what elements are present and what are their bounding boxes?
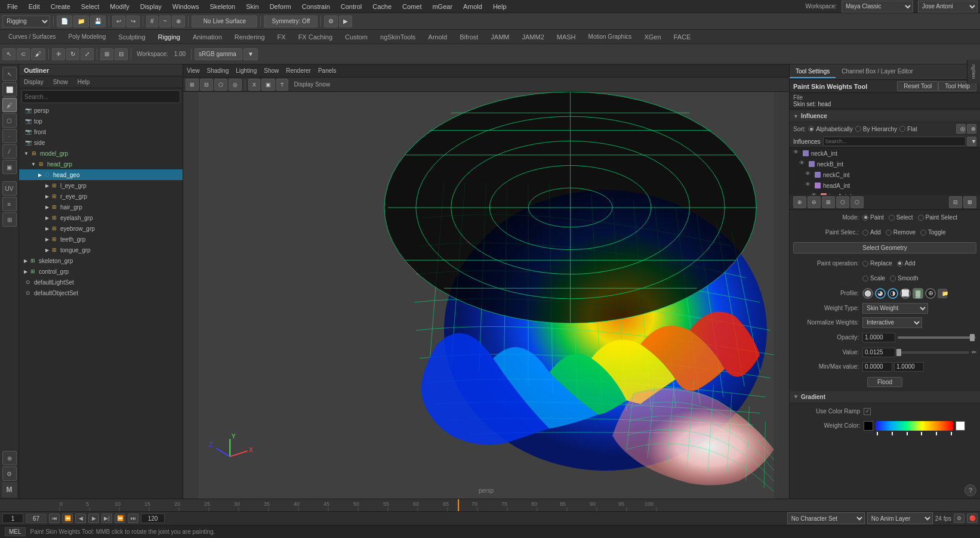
toolbar-btn-redo[interactable]: ↪	[127, 16, 140, 27]
menu-control[interactable]: Control	[336, 2, 366, 11]
toolbar-btn-snap-point[interactable]: ⊕	[172, 16, 185, 27]
vp-btn-smooth[interactable]: ◎	[229, 79, 242, 91]
toolbar-btn-snap-grid[interactable]: #	[146, 16, 158, 27]
influence-headA[interactable]: 👁 headA_int	[790, 180, 980, 191]
sort-by-hierarchy[interactable]: By Hierarchy	[855, 126, 897, 132]
sort-flat[interactable]: Flat	[899, 126, 917, 132]
module-custom[interactable]: Custom	[339, 30, 374, 44]
vp-btn-textured[interactable]: T	[276, 79, 288, 91]
timeline-btn1[interactable]: ⚙	[954, 514, 964, 523]
opacity-value[interactable]: 1.0000	[862, 333, 895, 342]
outliner-tab-display[interactable]: Display	[19, 78, 48, 86]
outliner-tab-show[interactable]: Show	[48, 78, 73, 86]
tool-move[interactable]: ✛	[52, 48, 65, 60]
toolbar-btn-render[interactable]: ⚙	[324, 16, 338, 27]
tree-item-l-eye-grp[interactable]: ▶ ⊞ l_eye_grp	[19, 180, 183, 191]
module-ngskin[interactable]: ngSkinTools	[374, 30, 421, 44]
influence-icon1[interactable]: ◎	[956, 124, 966, 134]
search-input[interactable]	[24, 94, 156, 100]
tree-item-top[interactable]: 📷 top	[19, 116, 183, 126]
module-face[interactable]: FACE	[668, 30, 697, 44]
po-add[interactable]: Add	[897, 260, 916, 267]
tool-grid-icon[interactable]: ⊞	[2, 212, 17, 227]
tree-item-tongue-grp[interactable]: ▶ ⊞ tongue_grp	[19, 245, 183, 255]
toolbar-live-surface[interactable]: No Live Surface	[192, 16, 257, 27]
tool-channel-icon[interactable]: ⊕	[2, 451, 17, 465]
module-rigging[interactable]: Rigging	[152, 30, 186, 44]
tool-face-icon[interactable]: ▣	[2, 160, 17, 174]
weight-color-white[interactable]	[956, 421, 965, 431]
rp-tab-channel-box[interactable]: Channel Box / Layer Editor	[836, 66, 919, 78]
inf-action-3[interactable]: ⊞	[822, 196, 835, 208]
influence-icon2[interactable]: ⊕	[967, 124, 976, 134]
reset-tool-button[interactable]: Reset Tool	[897, 81, 938, 91]
ps-toggle[interactable]: Toggle	[920, 229, 945, 236]
profile-btn-folder[interactable]: 📁	[938, 289, 947, 298]
max-value-input[interactable]	[894, 362, 924, 372]
snap-to-grid[interactable]: ⊞	[100, 48, 113, 60]
vp-menu-renderer[interactable]: Renderer	[286, 67, 311, 74]
tool-select-icon[interactable]: ↖	[2, 67, 17, 81]
toolbar-btn-save[interactable]: 💾	[90, 16, 106, 27]
inf-expand-2[interactable]: ⊠	[963, 196, 976, 208]
normalize-select[interactable]: Interactive	[862, 317, 922, 328]
time-start-input[interactable]	[2, 514, 23, 523]
tool-lasso[interactable]: ⊂	[17, 48, 30, 60]
character-set-select[interactable]: No Character Set	[787, 512, 865, 524]
menu-display[interactable]: Display	[135, 2, 167, 11]
play-btn-next-key[interactable]: ⏩	[115, 514, 125, 523]
mode-select[interactable]: Rigging	[2, 16, 50, 27]
workspace-select[interactable]: Maya Classic	[842, 1, 913, 13]
po-scale[interactable]: Scale	[862, 275, 885, 282]
menu-deform[interactable]: Deform	[265, 2, 296, 11]
influence-neckA[interactable]: 👁 neckA_int	[790, 148, 980, 159]
flood-button[interactable]: Flood	[867, 377, 902, 387]
module-fx[interactable]: FX	[272, 30, 292, 44]
module-poly[interactable]: Poly Modeling	[62, 30, 112, 44]
tree-item-skeleton-grp[interactable]: ▶ ⊞ skeleton_grp	[19, 255, 183, 266]
select-geometry-button[interactable]: Select Geometry	[793, 242, 976, 253]
color-picker[interactable]: ▼	[244, 48, 258, 60]
module-sculpting[interactable]: Sculpting	[112, 30, 151, 44]
menu-help[interactable]: Help	[488, 2, 511, 11]
menu-cache[interactable]: Cache	[368, 2, 396, 11]
vp-btn-shaded[interactable]: ▣	[261, 79, 275, 91]
tree-item-head-geo[interactable]: ▶ ⬡ head_geo	[19, 169, 183, 180]
toolbar-btn-open[interactable]: 📁	[73, 16, 89, 27]
influence-neckB[interactable]: 👁 neckB_int	[790, 159, 980, 169]
module-mash[interactable]: MASH	[551, 30, 582, 44]
tree-item-teeth-grp[interactable]: ▶ ⊞ teeth_grp	[19, 234, 183, 245]
menu-mgear[interactable]: mGear	[427, 2, 457, 11]
tool-paint-icon[interactable]: 🖌	[2, 98, 17, 112]
influence-filter[interactable]: ▼	[967, 137, 976, 146]
tool-settings-icon[interactable]: ⚙	[2, 466, 17, 481]
module-xgen[interactable]: XGen	[638, 30, 667, 44]
tree-item-default-light-set[interactable]: ⊙ defaultLightSet	[19, 277, 183, 287]
influence-neckC[interactable]: 👁 neckC_int	[790, 169, 980, 180]
module-curves[interactable]: Curves / Surfaces	[2, 30, 61, 44]
srgb-toggle[interactable]: sRGB gamma	[195, 48, 242, 60]
tree-item-persp[interactable]: 📷 persp	[19, 105, 183, 116]
inf-action-1[interactable]: ⊕	[793, 196, 806, 208]
value-dropper-icon[interactable]: ✏	[972, 349, 976, 355]
tool-node-icon[interactable]: ⬡	[2, 113, 17, 128]
ps-remove[interactable]: Remove	[886, 229, 916, 236]
tool-rotate[interactable]: ↻	[66, 48, 79, 60]
vp-btn-xray[interactable]: X	[248, 79, 260, 91]
value-input[interactable]	[862, 348, 895, 357]
sort-alphabetically[interactable]: Alphabetically	[808, 126, 853, 132]
menu-windows[interactable]: Windows	[168, 2, 204, 11]
tool-uv-icon[interactable]: UV	[2, 181, 17, 196]
toolbar-btn-new[interactable]: 📄	[57, 16, 72, 27]
vp-menu-panels[interactable]: Panels	[318, 67, 337, 74]
weight-color-gradient[interactable]	[876, 421, 953, 431]
weight-color-black[interactable]	[864, 421, 873, 431]
menu-skeleton[interactable]: Skeleton	[205, 2, 240, 11]
weight-type-select[interactable]: Skin Weight	[862, 303, 928, 314]
mode-select[interactable]: Select	[889, 214, 913, 221]
tree-item-head-grp[interactable]: ▼ ⊞ head_grp	[19, 159, 183, 169]
play-btn-end[interactable]: ⏭	[128, 514, 138, 523]
play-btn-play[interactable]: ▶	[88, 514, 99, 523]
time-current-input[interactable]	[26, 514, 47, 523]
timeline-btn2[interactable]: 🔴	[967, 514, 978, 523]
